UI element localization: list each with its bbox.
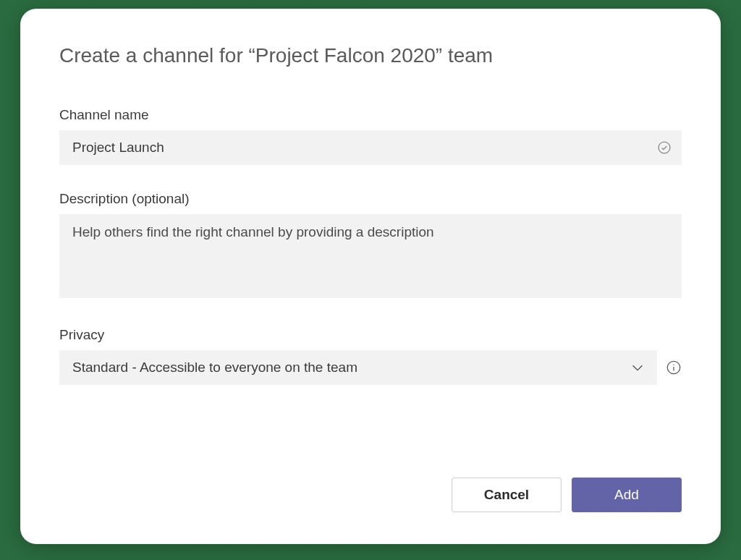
info-icon[interactable] [666, 360, 682, 376]
channel-name-label: Channel name [59, 107, 682, 123]
channel-name-field: Channel name [59, 107, 682, 165]
cancel-button[interactable]: Cancel [452, 478, 562, 512]
privacy-select[interactable]: Standard - Accessible to everyone on the… [59, 350, 657, 385]
dialog-footer: Cancel Add [59, 478, 682, 512]
description-input[interactable] [59, 214, 682, 298]
svg-point-2 [673, 364, 674, 365]
privacy-label: Privacy [59, 327, 682, 343]
channel-name-input[interactable] [59, 130, 682, 165]
checkmark-circle-icon [657, 140, 672, 155]
dialog-title: Create a channel for “Project Falcon 202… [59, 43, 682, 68]
privacy-field: Privacy Standard - Accessible to everyon… [59, 327, 682, 385]
privacy-row: Standard - Accessible to everyone on the… [59, 350, 682, 385]
privacy-selected-value: Standard - Accessible to everyone on the… [72, 360, 357, 376]
chevron-down-icon [630, 360, 645, 376]
spacer [59, 411, 682, 478]
description-label: Description (optional) [59, 191, 682, 207]
create-channel-dialog: Create a channel for “Project Falcon 202… [20, 9, 721, 544]
channel-name-input-wrap [59, 130, 682, 165]
add-button[interactable]: Add [572, 478, 682, 512]
description-field: Description (optional) [59, 191, 682, 301]
svg-point-0 [659, 142, 670, 153]
